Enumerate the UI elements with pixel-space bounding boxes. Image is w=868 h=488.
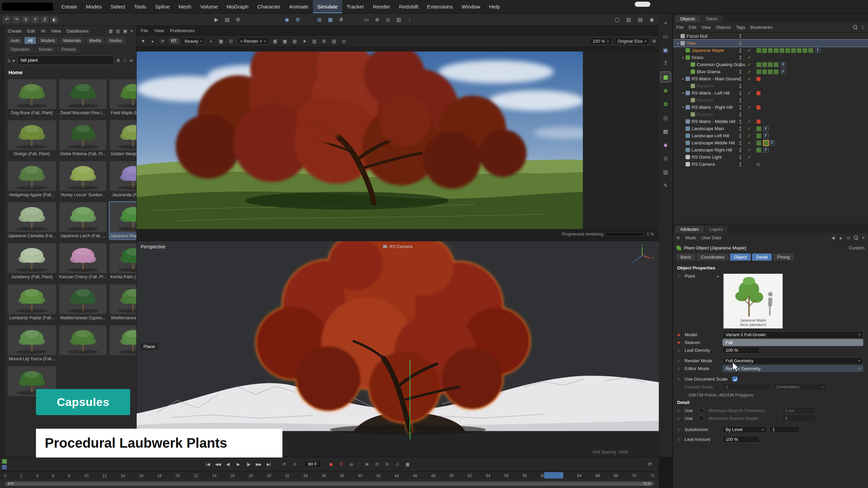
- render-mode-dropdown[interactable]: Full Geometry▾: [723, 357, 863, 364]
- render-mode-dropdown[interactable]: < Render >▾: [237, 37, 269, 45]
- pin-icon[interactable]: ⊙: [847, 235, 850, 240]
- object-label[interactable]: Common Quaking Grass: [697, 62, 745, 67]
- tiles-icon[interactable]: ▦: [271, 39, 279, 44]
- object-label[interactable]: RS Camera: [692, 162, 715, 167]
- menu-item[interactable]: Modes: [82, 0, 106, 13]
- use-min-branch-checkbox[interactable]: [699, 408, 704, 413]
- menu-item[interactable]: Volume: [196, 0, 222, 13]
- axis-x-toggle[interactable]: X: [22, 16, 30, 23]
- capsule-shortcut-icon[interactable]: [2, 459, 7, 464]
- menu-item[interactable]: Spline: [151, 0, 174, 13]
- visibility-dots[interactable]: [739, 120, 741, 124]
- panel-menu-icon[interactable]: ≡: [862, 235, 865, 240]
- next-frame-button[interactable]: |▶: [244, 460, 253, 468]
- enabled-check-icon[interactable]: ✓: [746, 90, 752, 96]
- menu-item[interactable]: MoGraph: [222, 0, 253, 13]
- axis-mode-icon[interactable]: ⊕: [660, 85, 671, 96]
- material-tag-chips[interactable]: [756, 48, 814, 53]
- layer-shortcut-icon[interactable]: [2, 465, 7, 469]
- burger-icon[interactable]: ≡: [676, 235, 680, 240]
- visibility-dots[interactable]: [739, 63, 741, 67]
- object-label[interactable]: Tree: [687, 41, 695, 46]
- viewport-camera-label[interactable]: RS Camera: [383, 244, 413, 249]
- visibility-dots[interactable]: [739, 34, 741, 38]
- search-icon[interactable]: [853, 25, 857, 29]
- menu-item[interactable]: Character: [253, 0, 285, 13]
- mirror-icon[interactable]: ▥: [394, 15, 403, 24]
- refresh-icon[interactable]: ⟳: [648, 461, 652, 467]
- material-tag-chips[interactable]: [756, 126, 762, 131]
- object-row[interactable]: ▾ Grass ✓: [673, 54, 868, 61]
- expand-arrow-icon[interactable]: ▾: [681, 56, 685, 59]
- filter-icon[interactable]: ▽: [861, 25, 865, 30]
- anim-marker-icon[interactable]: ◇: [673, 377, 685, 381]
- object-label[interactable]: Random: [697, 98, 713, 103]
- enabled-check-icon[interactable]: ✓: [746, 119, 752, 124]
- restart-render-icon[interactable]: ⟳: [159, 39, 166, 44]
- selected-material-tag[interactable]: [764, 141, 768, 145]
- object-row[interactable]: RS Matrix - Middle Hill ✓: [673, 118, 868, 125]
- overflow-icon[interactable]: ⋮: [405, 15, 414, 24]
- object-manager-tab[interactable]: Objects: [675, 15, 700, 22]
- search-icon[interactable]: [854, 236, 858, 240]
- anim-marker-icon[interactable]: ◆: [673, 332, 685, 337]
- axis-icon[interactable]: ⊕: [373, 15, 381, 24]
- editor-mode-dropdown[interactable]: Render Geometry▾: [723, 365, 863, 372]
- visibility-dots[interactable]: [739, 155, 741, 159]
- magnet-icon[interactable]: ◎: [383, 15, 392, 24]
- asset-item[interactable]: Ginkgo (Fall, Plant): [7, 120, 57, 158]
- model-mode-icon[interactable]: ▣: [660, 45, 671, 55]
- renderview-settings-icon[interactable]: ⚙: [652, 39, 656, 44]
- redshift-object-tag-icon[interactable]: [756, 105, 761, 109]
- object-manager-menu-item[interactable]: Bookmarks: [750, 25, 772, 30]
- goto-start-button[interactable]: |◀: [203, 460, 212, 468]
- checker-icon[interactable]: ▩: [281, 39, 289, 44]
- asset-menu-item[interactable]: Create: [8, 28, 22, 34]
- object-label[interactable]: Landscape Left Hill: [692, 133, 729, 138]
- anim-marker-icon[interactable]: ◇: [673, 359, 685, 363]
- object-label[interactable]: Grass: [692, 55, 704, 60]
- asset-item[interactable]: Dog-Rose (Fall, Plant): [7, 79, 57, 117]
- asset-item[interactable]: Lombardy Poplar (Fall...: [7, 284, 57, 322]
- preview-range-handle[interactable]: [6, 482, 653, 486]
- menu-item[interactable]: Tools: [130, 0, 151, 13]
- menu-item[interactable]: Render: [369, 0, 395, 13]
- anim-marker-icon[interactable]: ◇: [673, 416, 685, 421]
- forward-icon[interactable]: ▸: [13, 58, 15, 63]
- expand-arrow-icon[interactable]: ▾: [681, 77, 685, 81]
- coord-system-toggle[interactable]: ◐: [50, 16, 58, 23]
- camera-tag-icon[interactable]: ⊡: [756, 162, 760, 167]
- fields-tag-badge[interactable]: F: [815, 48, 821, 53]
- display-sphere-icon[interactable]: ◐: [208, 39, 215, 44]
- visibility-dots[interactable]: [739, 77, 741, 81]
- workplane-icon[interactable]: ▦: [660, 126, 671, 136]
- perspective-viewport[interactable]: Perspective RS Camera Place Grid Spacing…: [137, 241, 659, 457]
- object-label[interactable]: RS Matrix - Middle Hill: [692, 119, 735, 124]
- render-picture-viewer-icon[interactable]: ▤: [223, 15, 232, 24]
- enabled-check-icon[interactable]: ✓: [746, 62, 752, 67]
- record-pla-toggle[interactable]: ▦: [403, 460, 412, 468]
- asset-menu-item[interactable]: AI: [41, 28, 45, 34]
- snap-icon[interactable]: ◎: [660, 113, 671, 123]
- expand-arrow-icon[interactable]: ▾: [676, 42, 680, 45]
- keyframe-presets-button[interactable]: ◎: [347, 460, 355, 468]
- grid-toggle-icon[interactable]: ⊞: [315, 15, 324, 24]
- asset-item[interactable]: Japanese Larch (Fall, ...: [59, 202, 107, 240]
- asset-item[interactable]: Golden Weeping Willo...: [109, 120, 136, 158]
- object-row[interactable]: Landscape Middle Hill ✓ F: [673, 139, 868, 146]
- asset-item[interactable]: Kentia Palm (Fall, Plant): [109, 243, 136, 281]
- visibility-dots[interactable]: [739, 70, 741, 74]
- plant-preview-thumbnail[interactable]: Japanese Maple (Acer palmatum): [723, 273, 783, 329]
- snap-toggle-icon[interactable]: ▦: [326, 15, 335, 24]
- object-row[interactable]: RS Camera ⊡: [673, 161, 868, 168]
- use-max-branch-checkbox[interactable]: [699, 416, 704, 421]
- subdivision-level-field[interactable]: 1: [769, 426, 800, 433]
- visibility-dots[interactable]: [739, 84, 741, 88]
- asset-item[interactable]: Kanzan Cherry (Fall, Pl...: [59, 243, 107, 281]
- anim-marker-icon[interactable]: ◇: [673, 408, 685, 413]
- anim-marker-icon[interactable]: ◇: [673, 273, 685, 278]
- attribute-section-tab[interactable]: Object: [730, 253, 751, 261]
- object-row[interactable]: ▾ RS Matrix - Right Hill ✓: [673, 104, 868, 111]
- render-settings-icon[interactable]: ⚙: [234, 15, 242, 24]
- thumbnail-view-icon[interactable]: ▦: [109, 28, 113, 34]
